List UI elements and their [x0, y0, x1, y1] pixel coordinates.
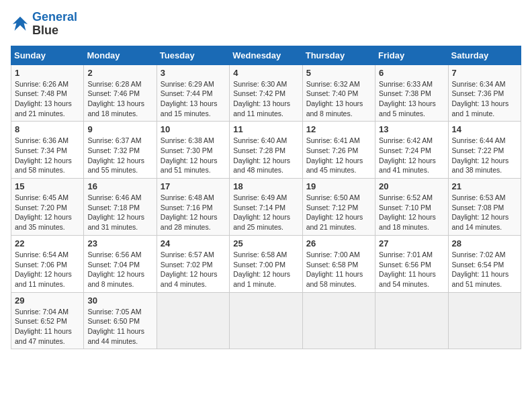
day-info: Sunrise: 6:34 AM Sunset: 7:36 PM Dayligh… — [452, 79, 517, 119]
day-info: Sunrise: 6:50 AM Sunset: 7:12 PM Dayligh… — [306, 193, 371, 232]
day-number: 15 — [15, 181, 80, 191]
day-number: 13 — [379, 124, 444, 134]
calendar-cell: 25Sunrise: 6:58 AM Sunset: 7:00 PM Dayli… — [230, 235, 302, 292]
page-header: GeneralBlue — [11, 11, 521, 38]
svg-marker-0 — [13, 17, 28, 31]
day-number: 18 — [233, 181, 298, 191]
day-number: 16 — [87, 181, 152, 191]
calendar-cell — [157, 292, 229, 349]
day-info: Sunrise: 6:38 AM Sunset: 7:30 PM Dayligh… — [161, 136, 226, 175]
calendar-week-3: 15Sunrise: 6:45 AM Sunset: 7:20 PM Dayli… — [11, 179, 521, 236]
logo-icon — [11, 15, 30, 34]
day-number: 6 — [379, 68, 444, 78]
day-number: 27 — [379, 238, 444, 248]
day-info: Sunrise: 7:05 AM Sunset: 6:50 PM Dayligh… — [87, 307, 152, 347]
day-number: 19 — [306, 181, 371, 191]
calendar-cell — [448, 292, 521, 349]
day-number: 26 — [306, 238, 371, 248]
logo: GeneralBlue — [11, 11, 77, 38]
day-info: Sunrise: 6:42 AM Sunset: 7:24 PM Dayligh… — [379, 136, 444, 175]
calendar-cell: 1Sunrise: 6:26 AM Sunset: 7:48 PM Daylig… — [11, 64, 84, 122]
day-info: Sunrise: 6:52 AM Sunset: 7:10 PM Dayligh… — [379, 193, 444, 232]
weekday-header-saturday: Saturday — [448, 46, 521, 64]
day-info: Sunrise: 7:00 AM Sunset: 6:58 PM Dayligh… — [306, 250, 371, 289]
day-number: 10 — [161, 124, 226, 134]
calendar-cell: 4Sunrise: 6:30 AM Sunset: 7:42 PM Daylig… — [230, 64, 302, 122]
calendar-cell: 20Sunrise: 6:52 AM Sunset: 7:10 PM Dayli… — [375, 179, 448, 236]
day-number: 23 — [87, 238, 152, 248]
calendar-cell: 16Sunrise: 6:46 AM Sunset: 7:18 PM Dayli… — [84, 179, 157, 236]
day-number: 30 — [87, 295, 152, 306]
day-number: 8 — [15, 124, 80, 134]
calendar-week-1: 1Sunrise: 6:26 AM Sunset: 7:48 PM Daylig… — [11, 64, 521, 122]
calendar-cell: 7Sunrise: 6:34 AM Sunset: 7:36 PM Daylig… — [448, 64, 521, 122]
calendar-cell — [230, 292, 302, 349]
day-number: 17 — [161, 181, 226, 191]
day-number: 7 — [452, 68, 517, 78]
calendar-cell: 2Sunrise: 6:28 AM Sunset: 7:46 PM Daylig… — [84, 64, 157, 122]
calendar-cell: 10Sunrise: 6:38 AM Sunset: 7:30 PM Dayli… — [157, 122, 229, 179]
weekday-header-thursday: Thursday — [302, 46, 375, 64]
day-info: Sunrise: 6:57 AM Sunset: 7:02 PM Dayligh… — [161, 250, 226, 289]
calendar-cell — [302, 292, 375, 349]
weekday-header-wednesday: Wednesday — [230, 46, 302, 64]
calendar-cell: 13Sunrise: 6:42 AM Sunset: 7:24 PM Dayli… — [375, 122, 448, 179]
day-number: 28 — [452, 238, 517, 248]
calendar-cell: 19Sunrise: 6:50 AM Sunset: 7:12 PM Dayli… — [302, 179, 375, 236]
day-info: Sunrise: 6:44 AM Sunset: 7:22 PM Dayligh… — [452, 136, 517, 175]
calendar-table: SundayMondayTuesdayWednesdayThursdayFrid… — [11, 46, 521, 350]
day-info: Sunrise: 7:04 AM Sunset: 6:52 PM Dayligh… — [15, 307, 80, 347]
day-number: 11 — [233, 124, 298, 134]
day-number: 5 — [306, 68, 371, 78]
day-info: Sunrise: 6:28 AM Sunset: 7:46 PM Dayligh… — [87, 79, 152, 119]
day-info: Sunrise: 6:53 AM Sunset: 7:08 PM Dayligh… — [452, 193, 517, 232]
day-info: Sunrise: 7:01 AM Sunset: 6:56 PM Dayligh… — [379, 250, 444, 289]
calendar-cell: 29Sunrise: 7:04 AM Sunset: 6:52 PM Dayli… — [11, 292, 84, 349]
day-info: Sunrise: 6:29 AM Sunset: 7:44 PM Dayligh… — [161, 79, 226, 119]
day-info: Sunrise: 6:33 AM Sunset: 7:38 PM Dayligh… — [379, 79, 444, 119]
day-number: 4 — [233, 68, 298, 78]
day-number: 12 — [306, 124, 371, 134]
day-info: Sunrise: 6:41 AM Sunset: 7:26 PM Dayligh… — [306, 136, 371, 175]
calendar-cell: 12Sunrise: 6:41 AM Sunset: 7:26 PM Dayli… — [302, 122, 375, 179]
day-number: 21 — [452, 181, 517, 191]
weekday-header-tuesday: Tuesday — [157, 46, 229, 64]
calendar-cell: 11Sunrise: 6:40 AM Sunset: 7:28 PM Dayli… — [230, 122, 302, 179]
day-number: 29 — [15, 295, 80, 306]
day-number: 3 — [161, 68, 226, 78]
day-number: 2 — [87, 68, 152, 78]
calendar-cell: 22Sunrise: 6:54 AM Sunset: 7:06 PM Dayli… — [11, 235, 84, 292]
day-number: 1 — [15, 68, 80, 78]
calendar-cell: 9Sunrise: 6:37 AM Sunset: 7:32 PM Daylig… — [84, 122, 157, 179]
calendar-cell: 8Sunrise: 6:36 AM Sunset: 7:34 PM Daylig… — [11, 122, 84, 179]
day-info: Sunrise: 6:36 AM Sunset: 7:34 PM Dayligh… — [15, 136, 80, 175]
day-info: Sunrise: 6:37 AM Sunset: 7:32 PM Dayligh… — [87, 136, 152, 175]
day-info: Sunrise: 6:30 AM Sunset: 7:42 PM Dayligh… — [233, 79, 298, 119]
day-number: 25 — [233, 238, 298, 248]
weekday-header-friday: Friday — [375, 46, 448, 64]
day-info: Sunrise: 6:58 AM Sunset: 7:00 PM Dayligh… — [233, 250, 298, 289]
day-info: Sunrise: 6:49 AM Sunset: 7:14 PM Dayligh… — [233, 193, 298, 232]
day-info: Sunrise: 6:32 AM Sunset: 7:40 PM Dayligh… — [306, 79, 371, 119]
calendar-cell: 3Sunrise: 6:29 AM Sunset: 7:44 PM Daylig… — [157, 64, 229, 122]
calendar-cell: 27Sunrise: 7:01 AM Sunset: 6:56 PM Dayli… — [375, 235, 448, 292]
day-number: 9 — [87, 124, 152, 134]
calendar-week-4: 22Sunrise: 6:54 AM Sunset: 7:06 PM Dayli… — [11, 235, 521, 292]
day-info: Sunrise: 6:40 AM Sunset: 7:28 PM Dayligh… — [233, 136, 298, 175]
day-number: 20 — [379, 181, 444, 191]
weekday-header-row: SundayMondayTuesdayWednesdayThursdayFrid… — [11, 46, 521, 64]
day-info: Sunrise: 6:46 AM Sunset: 7:18 PM Dayligh… — [87, 193, 152, 232]
calendar-cell: 5Sunrise: 6:32 AM Sunset: 7:40 PM Daylig… — [302, 64, 375, 122]
day-number: 14 — [452, 124, 517, 134]
day-info: Sunrise: 6:26 AM Sunset: 7:48 PM Dayligh… — [15, 79, 80, 119]
calendar-cell — [375, 292, 448, 349]
weekday-header-monday: Monday — [84, 46, 157, 64]
calendar-cell: 30Sunrise: 7:05 AM Sunset: 6:50 PM Dayli… — [84, 292, 157, 349]
day-number: 22 — [15, 238, 80, 248]
calendar-week-2: 8Sunrise: 6:36 AM Sunset: 7:34 PM Daylig… — [11, 122, 521, 179]
calendar-cell: 17Sunrise: 6:48 AM Sunset: 7:16 PM Dayli… — [157, 179, 229, 236]
calendar-cell: 28Sunrise: 7:02 AM Sunset: 6:54 PM Dayli… — [448, 235, 521, 292]
calendar-cell: 6Sunrise: 6:33 AM Sunset: 7:38 PM Daylig… — [375, 64, 448, 122]
day-info: Sunrise: 6:56 AM Sunset: 7:04 PM Dayligh… — [87, 250, 152, 289]
calendar-cell: 23Sunrise: 6:56 AM Sunset: 7:04 PM Dayli… — [84, 235, 157, 292]
